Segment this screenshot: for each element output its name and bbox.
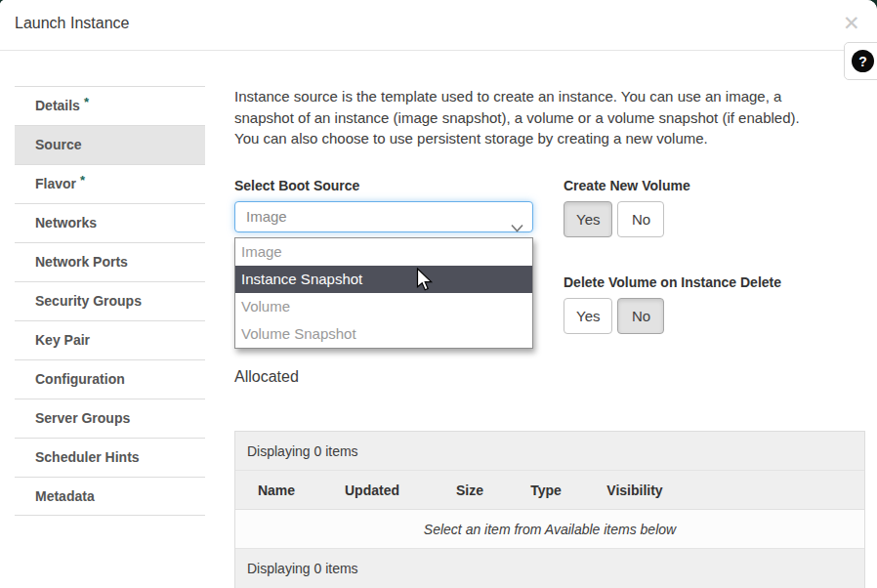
allocated-footer-count: Displaying 0 items — [235, 549, 864, 588]
description-line: Instance source is the template used to … — [234, 86, 865, 107]
sidebar-item-label: Server Groups — [35, 410, 130, 426]
sidebar-item-flavor[interactable]: Flavor* — [15, 164, 205, 203]
column-header-visibility: Visibility — [579, 483, 690, 498]
create-new-volume-label: Create New Volume — [564, 178, 690, 193]
launch-instance-modal: Launch Instance ✕ ? Details* Source Flav… — [0, 0, 877, 588]
sidebar-item-configuration[interactable]: Configuration — [15, 359, 205, 399]
column-header-name: Name — [235, 483, 317, 498]
dropdown-option-instance-snapshot[interactable]: Instance Snapshot — [235, 266, 532, 293]
source-panel: Instance source is the template used to … — [234, 86, 865, 588]
sidebar-item-server-groups[interactable]: Server Groups — [15, 399, 205, 438]
sidebar-item-networks[interactable]: Networks — [15, 203, 205, 242]
sidebar-item-label: Configuration — [35, 371, 125, 387]
sidebar-item-label: Details — [35, 98, 80, 113]
dropdown-option-volume[interactable]: Volume — [235, 293, 532, 320]
sidebar-item-label: Key Pair — [35, 332, 90, 348]
sidebar-item-source[interactable]: Source — [15, 125, 205, 164]
help-icon: ? — [852, 50, 874, 72]
column-header-type: Type — [513, 483, 579, 498]
required-marker: * — [84, 95, 89, 109]
sidebar-item-metadata[interactable]: Metadata — [15, 477, 205, 516]
sidebar-item-label: Source — [35, 137, 81, 152]
page-title: Launch Instance — [15, 15, 129, 32]
dropdown-option-volume-snapshot[interactable]: Volume Snapshot — [235, 320, 532, 348]
boot-source-selected-value: Image — [246, 208, 287, 225]
create-volume-yes-button[interactable]: Yes — [564, 201, 612, 237]
wizard-sidebar: Details* Source Flavor* Networks Network… — [15, 86, 205, 516]
allocated-table: Displaying 0 items Name Updated Size Typ… — [234, 431, 865, 588]
delete-volume-no-button[interactable]: No — [617, 298, 664, 334]
allocated-empty-message: Select an item from Available items belo… — [235, 510, 864, 549]
create-new-volume-toggle: Yes No — [564, 201, 664, 237]
sidebar-item-label: Scheduler Hints — [35, 449, 140, 465]
column-header-updated: Updated — [317, 483, 427, 498]
allocated-table-header: Name Updated Size Type Visibility — [235, 471, 864, 510]
page-backdrop: Launch Instance ✕ ? Details* Source Flav… — [0, 0, 877, 588]
sidebar-item-key-pair[interactable]: Key Pair — [15, 320, 205, 359]
sidebar-item-scheduler-hints[interactable]: Scheduler Hints — [15, 438, 205, 477]
close-icon[interactable]: ✕ — [843, 10, 860, 37]
delete-volume-yes-button[interactable]: Yes — [564, 298, 612, 334]
source-description: Instance source is the template used to … — [234, 86, 865, 149]
required-marker: * — [80, 173, 85, 188]
sidebar-item-label: Network Ports — [35, 254, 128, 270]
delete-volume-toggle: Yes No — [564, 298, 664, 334]
boot-source-select[interactable]: Image — [234, 201, 533, 232]
dropdown-option-image[interactable]: Image — [235, 238, 532, 266]
delete-volume-label: Delete Volume on Instance Delete — [564, 274, 781, 290]
sidebar-item-security-groups[interactable]: Security Groups — [15, 281, 205, 320]
modal-header: Launch Instance ✕ — [0, 0, 877, 51]
boot-source-label: Select Boot Source — [234, 178, 359, 193]
column-header-size: Size — [427, 483, 513, 498]
description-line: snapshot of an instance (image snapshot)… — [234, 107, 865, 129]
sidebar-item-network-ports[interactable]: Network Ports — [15, 242, 205, 281]
sidebar-item-label: Metadata — [35, 488, 95, 504]
help-button[interactable]: ? — [844, 42, 877, 80]
create-volume-no-button[interactable]: No — [617, 201, 664, 237]
boot-source-dropdown: Image Instance Snapshot Volume Volume Sn… — [234, 237, 533, 349]
sidebar-item-label: Networks — [35, 215, 97, 231]
allocated-count: Displaying 0 items — [235, 432, 864, 471]
sidebar-item-label: Flavor — [35, 176, 76, 191]
sidebar-item-details[interactable]: Details* — [15, 86, 205, 125]
description-line: You can also choose to use persistent st… — [234, 128, 865, 149]
allocated-section-title: Allocated — [234, 368, 299, 386]
sidebar-item-label: Security Groups — [35, 293, 142, 309]
